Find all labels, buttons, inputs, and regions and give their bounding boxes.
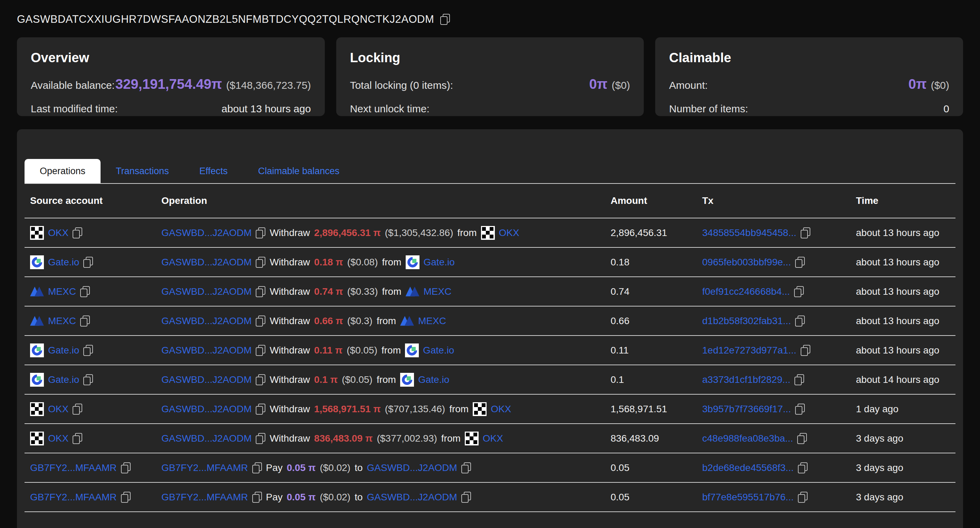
copy-icon[interactable]	[256, 227, 266, 239]
operation-cell: GASWBD...J2AODM Withdraw 1,568,971.51 π …	[161, 402, 611, 416]
copy-icon[interactable]	[73, 227, 82, 239]
operation-account-link[interactable]: GASWBD...J2AODM	[161, 404, 251, 415]
copy-icon[interactable]	[801, 227, 810, 239]
copy-icon[interactable]	[256, 374, 266, 385]
copy-icon[interactable]	[256, 257, 266, 268]
operation-target-link[interactable]: OKX	[483, 433, 503, 444]
claimable-items-row: Number of items: 0	[669, 103, 949, 115]
amount-cell: 0.74	[611, 286, 702, 297]
operation-target-link[interactable]: GASWBD...J2AODM	[367, 492, 457, 503]
copy-icon[interactable]	[461, 492, 471, 503]
operation-account-link[interactable]: GASWBD...J2AODM	[161, 315, 251, 326]
tx-link[interactable]: 1ed12e7273d977a1...	[702, 345, 797, 356]
source-account-link[interactable]: MEXC	[48, 286, 76, 297]
copy-icon[interactable]	[80, 286, 90, 297]
table-header: Source account Operation Amount Tx Time	[24, 184, 956, 218]
copy-icon[interactable]	[256, 345, 266, 356]
tab-transactions[interactable]: Transactions	[100, 159, 184, 183]
operation-amount: 1,568,971.51 π	[314, 404, 381, 415]
time-cell: 3 days ago	[856, 433, 950, 444]
copy-icon[interactable]	[252, 492, 262, 503]
copy-icon[interactable]	[256, 404, 266, 415]
operation-preposition: from	[382, 257, 401, 268]
copy-icon[interactable]	[801, 345, 810, 356]
copy-icon[interactable]	[798, 462, 808, 473]
operation-target-link[interactable]: Gate.io	[418, 374, 449, 385]
copy-icon[interactable]	[83, 257, 93, 268]
copy-icon[interactable]	[798, 492, 808, 503]
source-account-link[interactable]: OKX	[48, 433, 68, 444]
copy-icon[interactable]	[256, 286, 266, 297]
claimable-title: Claimable	[669, 51, 949, 65]
tx-link[interactable]: 3b957b7f73669f17...	[702, 404, 791, 415]
operation-account-link[interactable]: GASWBD...J2AODM	[161, 286, 251, 297]
copy-icon[interactable]	[121, 462, 130, 473]
source-account-link[interactable]: GB7FY2...MFAAMR	[30, 462, 117, 473]
source-account-link[interactable]: Gate.io	[48, 345, 79, 356]
tx-link[interactable]: c48e988fea08e3ba...	[702, 433, 793, 444]
copy-icon[interactable]	[83, 374, 93, 385]
copy-icon[interactable]	[80, 315, 90, 326]
copy-icon[interactable]	[252, 462, 262, 473]
operation-target-link[interactable]: MEXC	[418, 315, 446, 326]
operation-account-link[interactable]: GASWBD...J2AODM	[161, 257, 251, 268]
copy-icon[interactable]	[73, 433, 82, 444]
tx-link[interactable]: 34858554bb945458...	[702, 227, 797, 239]
tab-operations[interactable]: Operations	[24, 159, 100, 183]
operation-account-link[interactable]: GB7FY2...MFAAMR	[161, 462, 248, 473]
copy-icon[interactable]	[794, 286, 804, 297]
source-account-link[interactable]: Gate.io	[48, 257, 79, 268]
source-account-link[interactable]: GB7FY2...MFAAMR	[30, 492, 117, 503]
operation-target-link[interactable]: OKX	[499, 227, 519, 239]
operation-cell: GASWBD...J2AODM Withdraw 0.18 π ($0.08) …	[161, 255, 611, 269]
operation-cell: GASWBD...J2AODM Withdraw 836,483.09 π ($…	[161, 432, 611, 445]
copy-icon[interactable]	[256, 315, 266, 326]
copy-icon[interactable]	[795, 257, 805, 268]
operation-account-link[interactable]: GASWBD...J2AODM	[161, 345, 251, 356]
operation-target-link[interactable]: Gate.io	[423, 345, 454, 356]
tab-claimable-balances[interactable]: Claimable balances	[243, 159, 355, 183]
source-account-link[interactable]: OKX	[48, 227, 68, 239]
copy-icon[interactable]	[121, 492, 130, 503]
tx-link[interactable]: bf77e8e595517b76...	[702, 492, 794, 503]
tx-link[interactable]: a3373d1cf1bf2829...	[702, 374, 790, 385]
tx-link[interactable]: 0965feb003bbf99e...	[702, 257, 791, 268]
tx-link[interactable]: d1b2b58f302fab31...	[702, 315, 791, 326]
source-account-link[interactable]: Gate.io	[48, 374, 79, 385]
copy-icon[interactable]	[256, 433, 266, 444]
copy-icon[interactable]	[461, 462, 471, 473]
table-row: OKX GASWBD...J2AODM Withdraw 836,483.09 …	[24, 424, 956, 453]
operation-account-link[interactable]: GASWBD...J2AODM	[161, 433, 251, 444]
time-cell: about 13 hours ago	[856, 315, 950, 326]
copy-icon[interactable]	[73, 404, 82, 415]
tx-link[interactable]: f0ef91cc246668b4...	[702, 286, 790, 297]
operation-preposition: from	[377, 315, 396, 326]
tab-effects[interactable]: Effects	[184, 159, 243, 183]
copy-icon[interactable]	[795, 315, 805, 326]
operation-account-link[interactable]: GASWBD...J2AODM	[161, 374, 251, 385]
copy-icon[interactable]	[795, 404, 805, 415]
source-account-link[interactable]: OKX	[48, 404, 68, 415]
operation-target-link[interactable]: GASWBD...J2AODM	[367, 462, 457, 473]
table-row: MEXC GASWBD...J2AODM Withdraw 0.74 π ($0…	[24, 277, 956, 307]
operation-account-link[interactable]: GASWBD...J2AODM	[161, 227, 251, 239]
table-row: OKX GASWBD...J2AODM Withdraw 2,896,456.3…	[24, 218, 956, 248]
source-account-cell: GB7FY2...MFAAMR	[30, 462, 161, 473]
exchange-icon	[30, 314, 44, 328]
copy-icon[interactable]	[797, 433, 807, 444]
copy-icon[interactable]	[794, 374, 804, 385]
copy-icon[interactable]	[83, 345, 93, 356]
tx-cell: bf77e8e595517b76...	[702, 492, 856, 503]
operation-target-link[interactable]: Gate.io	[424, 257, 455, 268]
operation-account-link[interactable]: GB7FY2...MFAAMR	[161, 492, 248, 503]
tx-link[interactable]: b2de68ede45568f3...	[702, 462, 794, 473]
claimable-card: Claimable Amount: 0π ($0) Number of item…	[655, 37, 963, 116]
next-unlock-row: Next unlock time:	[350, 103, 630, 115]
operation-target-link[interactable]: MEXC	[424, 286, 452, 297]
exchange-icon	[30, 285, 44, 299]
copy-icon[interactable]	[440, 14, 450, 25]
operation-target-link[interactable]: OKX	[491, 404, 511, 415]
operation-usd: ($1,305,432.86)	[385, 227, 453, 239]
tab-bar: Operations Transactions Effects Claimabl…	[24, 159, 956, 184]
source-account-link[interactable]: MEXC	[48, 315, 76, 326]
